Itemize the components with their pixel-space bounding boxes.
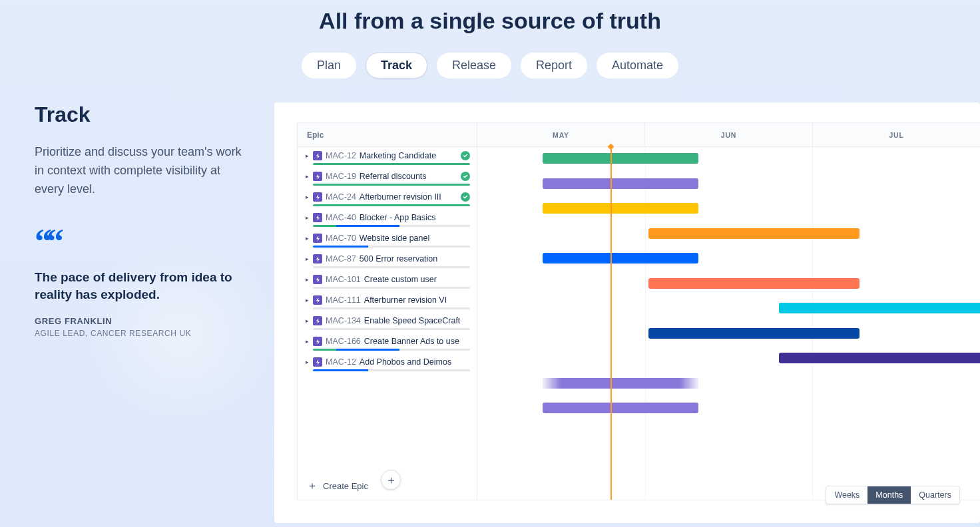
epic-row[interactable]: ▸MAC-101Create custom user (298, 271, 477, 291)
timeline-bar[interactable] (543, 253, 698, 264)
epic-progress-bar (313, 307, 470, 309)
timeline-bar[interactable] (779, 303, 980, 313)
timeline-bar[interactable] (543, 178, 698, 189)
epic-type-icon (313, 254, 322, 264)
epic-row[interactable]: ▸MAC-87500 Error reservation (298, 250, 477, 271)
epic-key: MAC-166 (326, 337, 361, 346)
epic-row[interactable]: ▸MAC-40Blocker - App Basics (298, 209, 477, 230)
today-marker-line (611, 147, 612, 500)
epic-column-header: Epic (298, 123, 477, 147)
timeline-bar[interactable] (648, 328, 859, 339)
zoom-option-months[interactable]: Months (867, 486, 911, 504)
epic-row[interactable]: ▸MAC-24Afterburner revision III (298, 188, 477, 209)
add-fab-button[interactable]: ＋ (381, 470, 401, 490)
epic-title: Add Phobos and Deimos (360, 357, 451, 367)
epic-progress-bar (313, 163, 470, 165)
epic-progress-bar (313, 225, 470, 227)
epic-type-icon (313, 337, 322, 346)
chevron-right-icon[interactable]: ▸ (304, 214, 310, 221)
chevron-right-icon[interactable]: ▸ (304, 194, 310, 200)
epic-row[interactable]: ▸MAC-111Afterburner revision VI (298, 291, 477, 312)
epic-type-icon (313, 151, 322, 160)
zoom-option-quarters[interactable]: Quarters (911, 486, 959, 504)
epic-row[interactable]: ▸MAC-12Add Phobos and Deimos (298, 353, 477, 374)
epic-title: Create custom user (364, 275, 437, 284)
timeline-bar[interactable] (543, 153, 698, 164)
chevron-right-icon[interactable]: ▸ (304, 338, 310, 345)
epic-key: MAC-40 (326, 213, 356, 222)
timeline-bar[interactable] (779, 353, 980, 363)
epic-progress-bar (313, 287, 470, 289)
epic-title: Afterburner revision III (360, 192, 441, 202)
epic-progress-bar (313, 328, 470, 330)
epic-type-icon (313, 234, 322, 243)
tab-release[interactable]: Release (437, 53, 511, 79)
timeline-bar[interactable] (648, 228, 859, 239)
epic-title: Enable Speed SpaceCraft (364, 316, 461, 325)
chevron-right-icon[interactable]: ▸ (304, 359, 310, 365)
page-title: All from a single source of truth (0, 0, 980, 53)
tab-plan[interactable]: Plan (302, 53, 356, 79)
epic-title: Blocker - App Basics (360, 213, 436, 222)
chevron-right-icon[interactable]: ▸ (304, 276, 310, 283)
epic-title: Referral discounts (360, 172, 427, 181)
chevron-right-icon[interactable]: ▸ (304, 235, 310, 242)
epic-progress-bar (313, 369, 470, 371)
chevron-right-icon[interactable]: ▸ (304, 297, 310, 303)
epic-progress-bar (313, 204, 470, 206)
epic-key: MAC-87 (326, 254, 356, 264)
epic-title: Website side panel (360, 234, 429, 243)
timeline-bar[interactable] (543, 378, 698, 389)
epic-row[interactable]: ▸MAC-70Website side panel (298, 230, 477, 250)
done-check-icon (461, 172, 470, 181)
grid-line (645, 147, 646, 500)
epic-type-icon (313, 172, 322, 181)
epic-key: MAC-134 (326, 316, 361, 325)
epic-row[interactable]: ▸MAC-134Enable Speed SpaceCraft (298, 312, 477, 333)
quote-author-role: AGILE LEAD, CANCER RESEARCH UK (35, 329, 248, 338)
quote-author-name: GREG FRANKLIN (35, 316, 248, 326)
chevron-right-icon[interactable]: ▸ (304, 152, 310, 159)
epic-type-icon (313, 213, 322, 222)
epic-type-icon (313, 192, 322, 202)
tab-track[interactable]: Track (366, 53, 427, 79)
month-header: MAY (477, 123, 644, 146)
epic-row[interactable]: ▸MAC-166Create Banner Ads to use (298, 333, 477, 353)
zoom-toggle: WeeksMonthsQuarters (826, 486, 960, 504)
epic-row[interactable]: ▸MAC-12Marketing Candidate (298, 147, 477, 168)
epic-key: MAC-19 (326, 172, 356, 181)
epic-progress-bar (313, 266, 470, 268)
plus-icon: ＋ (385, 472, 397, 488)
epic-progress-bar (313, 349, 470, 351)
done-check-icon (461, 151, 470, 160)
section-heading: Track (35, 102, 248, 127)
epic-type-icon (313, 275, 322, 284)
timeline-bar[interactable] (648, 278, 859, 289)
timeline-bar[interactable] (543, 403, 698, 413)
epic-key: MAC-12 (326, 357, 356, 367)
chevron-right-icon[interactable]: ▸ (304, 256, 310, 262)
quote-text: The pace of delivery from idea to realit… (35, 269, 248, 303)
epic-type-icon (313, 357, 322, 367)
epic-key: MAC-111 (326, 295, 361, 305)
epic-title: Marketing Candidate (360, 151, 436, 160)
zoom-option-weeks[interactable]: Weeks (826, 486, 867, 504)
epic-key: MAC-12 (326, 151, 356, 160)
epic-key: MAC-70 (326, 234, 356, 243)
tab-report[interactable]: Report (521, 53, 587, 79)
epic-key: MAC-24 (326, 192, 356, 202)
epic-progress-bar (313, 246, 470, 248)
tab-automate[interactable]: Automate (597, 53, 678, 79)
epic-title: Afterburner revision VI (364, 295, 447, 305)
month-header: JUN (644, 123, 812, 146)
grid-line (812, 147, 813, 500)
quote-icon: ““ (35, 231, 248, 252)
epic-type-icon (313, 295, 322, 305)
plus-icon: ＋ (307, 479, 318, 493)
roadmap-panel: Epic ▸MAC-12Marketing Candidate▸MAC-19Re… (274, 102, 980, 523)
chevron-right-icon[interactable]: ▸ (304, 173, 310, 180)
epic-row[interactable]: ▸MAC-19Referral discounts (298, 168, 477, 188)
timeline-bar[interactable] (543, 203, 698, 214)
create-epic-label: Create Epic (323, 481, 368, 491)
chevron-right-icon[interactable]: ▸ (304, 317, 310, 324)
